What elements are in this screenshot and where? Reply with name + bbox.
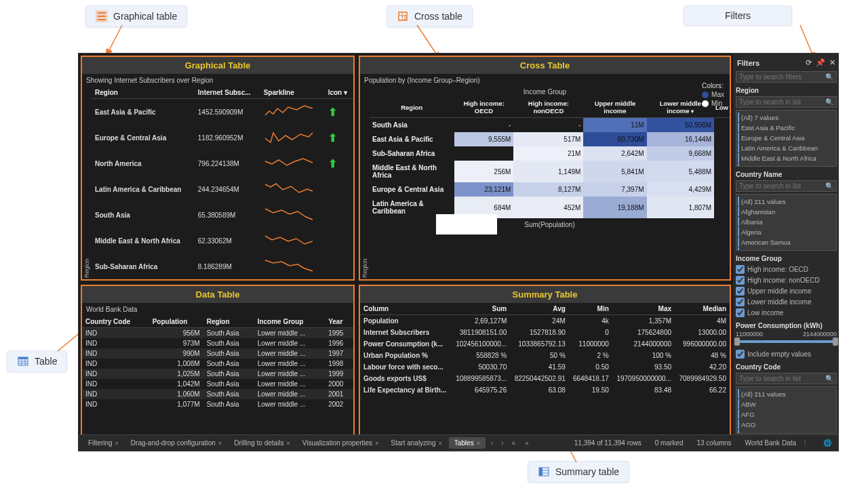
table-row[interactable]: Middle East & North Africa62.33062M	[92, 228, 353, 253]
list-item[interactable]: (All) 7 values	[738, 113, 835, 122]
more-icon[interactable]: ⋮	[799, 439, 811, 447]
globe-icon[interactable]: 🌐	[821, 439, 834, 447]
list-item[interactable]: Latin America & Caribbean	[738, 143, 835, 152]
filters-search-input[interactable]	[739, 73, 825, 81]
footer-tab[interactable]: Drilling to details ×	[229, 437, 296, 449]
collapse-icon[interactable]: «	[509, 439, 519, 447]
col-header[interactable]: Country Code	[82, 316, 149, 328]
income-check[interactable]: High income: nonOECD	[736, 274, 837, 285]
col-header[interactable]: Icon ▾	[325, 87, 353, 99]
col-header[interactable]: Population	[149, 316, 203, 328]
country-search-input[interactable]	[739, 182, 825, 190]
next-icon[interactable]: ›	[498, 439, 506, 447]
col-header[interactable]: Column	[360, 303, 452, 315]
list-item[interactable]: Middle East & North Africa	[738, 153, 835, 163]
income-check[interactable]: Low income	[736, 307, 837, 318]
list-item[interactable]: ABW	[738, 399, 835, 409]
table-row[interactable]: Urban Population %558828 %50 %2 %100 %48…	[360, 350, 730, 361]
table-row[interactable]: Middle East & North Africa256M1,149M5,84…	[370, 161, 730, 182]
region-search[interactable]: 🔍	[736, 96, 837, 108]
list-item[interactable]: American Samoa	[738, 237, 835, 247]
table-row[interactable]: Latin America & Caribbean244.234654M	[92, 176, 353, 202]
table-row[interactable]: IND1,060MSouth AsiaLower middle ...2001	[82, 389, 353, 399]
list-item[interactable]: North America	[738, 163, 835, 167]
table-row[interactable]: Labour force with seco...50030.7041.590.…	[360, 361, 730, 373]
list-item[interactable]: East Asia & Pacific	[738, 123, 835, 132]
col-header[interactable]: High income: OECD	[454, 97, 514, 118]
col-header[interactable]: Region	[370, 97, 454, 118]
close-icon[interactable]: ×	[287, 440, 290, 447]
table-row[interactable]: IND956MSouth AsiaLower middle ...1995	[82, 328, 353, 339]
table-row[interactable]: East Asia & Pacific1452.590909M⬆	[92, 99, 353, 125]
cross-table[interactable]: RegionHigh income: OECDHigh income: nonO…	[370, 97, 730, 218]
income-check[interactable]: High income: OECD	[736, 264, 837, 274]
data-table[interactable]: Country CodePopulationRegionIncome Group…	[82, 316, 353, 409]
table-row[interactable]: Power Consumption (k...102456100000...10…	[360, 338, 730, 350]
table-row[interactable]: East Asia & Pacific9,555M517M60,730M16,1…	[370, 132, 730, 146]
table-row[interactable]: Sub-Saharan Africa21M2,642M9,668M	[370, 146, 730, 161]
close-icon[interactable]: ×	[438, 440, 441, 447]
close-icon[interactable]: ×	[218, 440, 222, 447]
list-item[interactable]: Andorra	[738, 247, 835, 251]
filters-search[interactable]: 🔍	[736, 71, 837, 83]
power-slider[interactable]	[736, 340, 837, 343]
table-row[interactable]: Europe & Central Asia1182.960952M⬆	[92, 125, 353, 150]
list-item[interactable]: (All) 211 values	[738, 389, 835, 399]
col-header[interactable]: Upper middle income	[583, 97, 646, 118]
table-row[interactable]: South Asia65.380589M	[92, 202, 353, 228]
col-header[interactable]: Median	[675, 303, 730, 315]
table-row[interactable]: IND1,077MSouth AsiaLower middle ...2002	[82, 399, 353, 409]
list-item[interactable]: AGO	[738, 420, 835, 429]
income-check[interactable]: Lower middle income	[736, 296, 837, 307]
footer-tab[interactable]: Drag-and-drop configuration ×	[125, 437, 227, 449]
col-header[interactable]: Sum	[452, 303, 511, 315]
list-item[interactable]: ALB	[738, 430, 835, 434]
include-empty-check[interactable]: Include empty values	[736, 348, 837, 359]
footer-tab[interactable]: Filtering ×	[83, 437, 124, 449]
col-header[interactable]: High income: nonOECD	[513, 97, 583, 118]
income-check[interactable]: Upper middle income	[736, 285, 837, 296]
table-row[interactable]: Latin America & Caribbean684M452M19,188M…	[370, 197, 730, 218]
col-header[interactable]: Sparkline	[260, 87, 325, 99]
list-item[interactable]: Europe & Central Asia	[738, 133, 835, 142]
table-row[interactable]: North America796.224138M⬆	[92, 150, 353, 176]
code-list[interactable]: (All) 211 valuesABWAFGAGOALBAND	[736, 386, 837, 434]
table-row[interactable]: IND1,042MSouth AsiaLower middle ...2000	[82, 379, 353, 389]
col-header[interactable]: Internet Subsc...	[195, 87, 260, 99]
table-row[interactable]: Life Expectancy at Birth...645975.2663.0…	[360, 384, 730, 396]
region-list[interactable]: (All) 7 valuesEast Asia & PacificEurope …	[736, 110, 837, 167]
close-icon[interactable]: ✕	[829, 58, 835, 67]
graphical-table[interactable]: RegionInternet Subsc...SparklineIcon ▾Ea…	[92, 87, 353, 279]
col-header[interactable]: Region	[92, 87, 195, 99]
list-item[interactable]: (All) 211 values	[738, 197, 835, 206]
list-item[interactable]: AFG	[738, 409, 835, 419]
col-header[interactable]: Avg	[510, 303, 569, 315]
close-icon[interactable]: ×	[477, 440, 480, 447]
table-row[interactable]: Internet Subscribers3811908151.001527818…	[360, 327, 730, 338]
refresh-icon[interactable]: ⟳	[806, 58, 812, 67]
region-search-input[interactable]	[739, 98, 825, 106]
close-icon[interactable]: ×	[115, 440, 119, 447]
table-row[interactable]: Sub-Saharan Africa8.186289M	[92, 253, 353, 279]
footer-tab[interactable]: Start analyzing ×	[385, 437, 447, 449]
code-search-input[interactable]	[739, 375, 825, 382]
col-header[interactable]: Max	[612, 303, 675, 315]
col-header[interactable]: Min	[569, 303, 612, 315]
code-search[interactable]: 🔍	[736, 373, 837, 384]
table-row[interactable]: IND990MSouth AsiaLower middle ...1997	[82, 348, 353, 359]
col-header[interactable]: Year	[325, 316, 353, 328]
table-row[interactable]: IND1,025MSouth AsiaLower middle ...1999	[82, 369, 353, 379]
col-header[interactable]: Region	[203, 316, 254, 328]
list-item[interactable]: Algeria	[738, 227, 835, 237]
close-icon[interactable]: ×	[375, 440, 378, 447]
table-row[interactable]: IND1,008MSouth AsiaLower middle ...1998	[82, 359, 353, 369]
table-row[interactable]: Europe & Central Asia23,121M8,127M7,397M…	[370, 182, 730, 197]
table-row[interactable]: South Asia--11M50,956M	[370, 118, 730, 133]
country-list[interactable]: (All) 211 valuesAfghanistanAlbaniaAlgeri…	[736, 194, 837, 251]
list-item[interactable]: Albania	[738, 217, 835, 226]
table-row[interactable]: Population2,69,127M24M4k1,357M4M	[360, 315, 730, 327]
summary-table[interactable]: ColumnSumAvgMinMaxMedianPopulation2,69,1…	[360, 303, 730, 396]
table-row[interactable]: IND973MSouth AsiaLower middle ...1996	[82, 338, 353, 348]
table-row[interactable]: Goods exports US$108899585873...82250442…	[360, 373, 730, 384]
list-item[interactable]: Afghanistan	[738, 207, 835, 216]
